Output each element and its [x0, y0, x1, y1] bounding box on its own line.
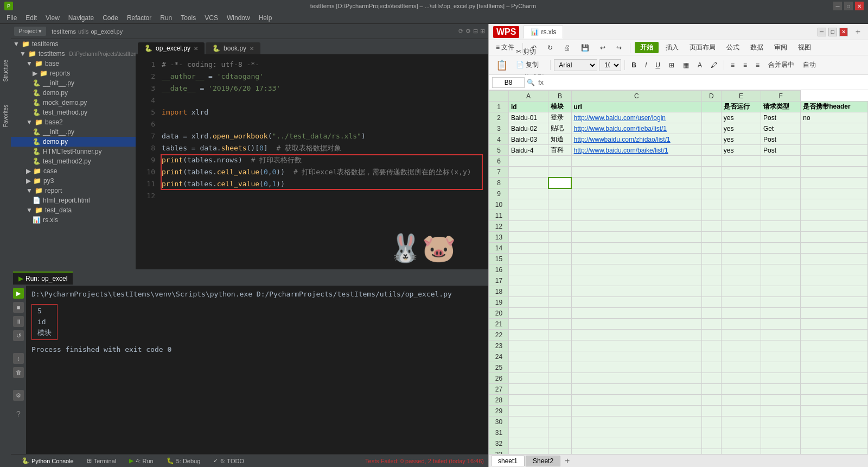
cell-r32-c5[interactable]: [761, 438, 801, 449]
menu-view[interactable]: View: [41, 13, 64, 23]
cell-r3-c6[interactable]: [801, 123, 868, 134]
cell-r6-c5[interactable]: [761, 156, 801, 167]
cell-r12-c4[interactable]: [721, 221, 761, 232]
sheet-tab-2[interactable]: Sheet2: [526, 456, 560, 466]
cell-r10-c6[interactable]: [801, 199, 868, 210]
todo-tab[interactable]: ✓ 6: TODO: [207, 456, 251, 465]
debug-tab[interactable]: 🐛 5: Debug: [160, 456, 207, 465]
cell-r23-c6[interactable]: [801, 340, 868, 351]
cell-r32-c6[interactable]: [801, 438, 868, 449]
tree-demo-base[interactable]: 🐍 demo.py: [11, 88, 136, 98]
cell-r23-c3[interactable]: [701, 340, 721, 351]
cell-r19-c3[interactable]: [701, 297, 721, 308]
cell-r17-c6[interactable]: [801, 275, 868, 286]
cell-r16-c5[interactable]: [761, 264, 801, 275]
cell-r20-c2[interactable]: [571, 308, 701, 319]
cell-r27-c1[interactable]: [548, 384, 571, 395]
cell-r15-c5[interactable]: [761, 254, 801, 264]
cell-r14-c6[interactable]: [801, 243, 868, 254]
cell-r29-c4[interactable]: [721, 406, 761, 416]
run-restart-button[interactable]: ↺: [13, 330, 24, 341]
cell-r32-c1[interactable]: [548, 438, 571, 449]
cell-r12-c3[interactable]: [701, 221, 721, 232]
cell-r11-c1[interactable]: [548, 210, 571, 221]
cell-r3-c1[interactable]: 贴吧: [548, 123, 571, 134]
cell-r25-c6[interactable]: [801, 362, 868, 373]
cell-r2-c1[interactable]: 登录: [548, 112, 571, 123]
run-tab-bottom[interactable]: ▶ 4: Run: [123, 456, 159, 465]
cell-r4-c0[interactable]: Baidu-03: [508, 134, 548, 145]
cell-r16-c3[interactable]: [701, 264, 721, 275]
cell-r12-c1[interactable]: [548, 221, 571, 232]
tab-op-excel-close[interactable]: ✕: [194, 46, 198, 52]
run-clear-button[interactable]: 🗑: [13, 367, 24, 378]
col-header-a[interactable]: A: [508, 91, 548, 102]
run-help-button[interactable]: ?: [16, 409, 21, 418]
cell-r8-c4[interactable]: [721, 178, 761, 188]
python-console-tab[interactable]: 🐍 Python Console: [15, 456, 80, 465]
run-play-button[interactable]: ▶: [13, 288, 24, 299]
cell-r20-c5[interactable]: [761, 308, 801, 319]
cell-r14-c4[interactable]: [721, 243, 761, 254]
italic-button[interactable]: I: [642, 60, 650, 71]
cell-r11-c0[interactable]: [508, 210, 548, 221]
cell-r24-c2[interactable]: [571, 351, 701, 362]
font-size-select[interactable]: 10: [599, 59, 621, 71]
border-button[interactable]: ⊞: [666, 60, 678, 71]
cell-r7-c0[interactable]: [508, 167, 548, 178]
cell-r20-c6[interactable]: [801, 308, 868, 319]
cell-r9-c2[interactable]: [571, 188, 701, 199]
cell-r27-c3[interactable]: [701, 384, 721, 395]
cell-r24-c3[interactable]: [701, 351, 721, 362]
col-header-f[interactable]: F: [761, 91, 801, 102]
cell-r31-c1[interactable]: [548, 427, 571, 438]
cell-r10-c2[interactable]: [571, 199, 701, 210]
cell-r7-c4[interactable]: [721, 167, 761, 178]
cell-r28-c1[interactable]: [548, 395, 571, 406]
cell-r15-c0[interactable]: [508, 254, 548, 264]
cell-r5-c6[interactable]: [801, 145, 868, 156]
cell-r2-c6[interactable]: no: [801, 112, 868, 123]
cell-r24-c1[interactable]: [548, 351, 571, 362]
cell-r26-c5[interactable]: [761, 373, 801, 384]
cell-r9-c1[interactable]: [548, 188, 571, 199]
cell-r29-c6[interactable]: [801, 406, 868, 416]
cell-r6-c4[interactable]: [721, 156, 761, 167]
tab-op-excel[interactable]: 🐍 op_excel.py ✕: [138, 42, 205, 54]
cell-r31-c2[interactable]: [571, 427, 701, 438]
tree-test-method[interactable]: 🐍 test_method.py: [11, 108, 136, 117]
cell-r20-c1[interactable]: [548, 308, 571, 319]
tree-reports[interactable]: ▶ 📁 reports: [11, 68, 136, 78]
menu-help[interactable]: Help: [254, 13, 277, 23]
tree-base[interactable]: ▼ 📁 base: [11, 59, 136, 68]
cell-r9-c5[interactable]: [761, 188, 801, 199]
cell-r7-c3[interactable]: [701, 167, 721, 178]
collapse-icon[interactable]: ⊟: [473, 28, 478, 35]
menu-code[interactable]: Code: [98, 13, 123, 23]
wps-insert-btn[interactable]: 插入: [662, 41, 682, 54]
cell-r31-c0[interactable]: [508, 427, 548, 438]
cell-r1-c0[interactable]: id: [508, 102, 548, 112]
menu-edit[interactable]: Edit: [21, 13, 41, 23]
cell-r3-c5[interactable]: Get: [761, 123, 801, 134]
cell-r8-c3[interactable]: [701, 178, 721, 188]
cell-r26-c2[interactable]: [571, 373, 701, 384]
cell-r3-c0[interactable]: Baidu-02: [508, 123, 548, 134]
cell-r29-c5[interactable]: [761, 406, 801, 416]
cell-r16-c4[interactable]: [721, 264, 761, 275]
cell-r24-c4[interactable]: [721, 351, 761, 362]
tab-book-close[interactable]: ✕: [250, 46, 254, 52]
project-tab[interactable]: Project ▾: [14, 27, 46, 36]
cell-r30-c6[interactable]: [801, 416, 868, 427]
wps-paste-btn[interactable]: 📋: [492, 58, 512, 73]
run-settings-button[interactable]: ⚙: [13, 390, 24, 401]
cell-r11-c5[interactable]: [761, 210, 801, 221]
cell-r1-c2[interactable]: url: [571, 102, 701, 112]
cell-r24-c6[interactable]: [801, 351, 868, 362]
cell-r20-c0[interactable]: [508, 308, 548, 319]
tree-htmltestrunner[interactable]: 🐍 HTMLTestRunner.py: [11, 147, 136, 156]
cell-r11-c6[interactable]: [801, 210, 868, 221]
cell-r17-c4[interactable]: [721, 275, 761, 286]
cell-r30-c3[interactable]: [701, 416, 721, 427]
cell-r22-c1[interactable]: [548, 330, 571, 340]
